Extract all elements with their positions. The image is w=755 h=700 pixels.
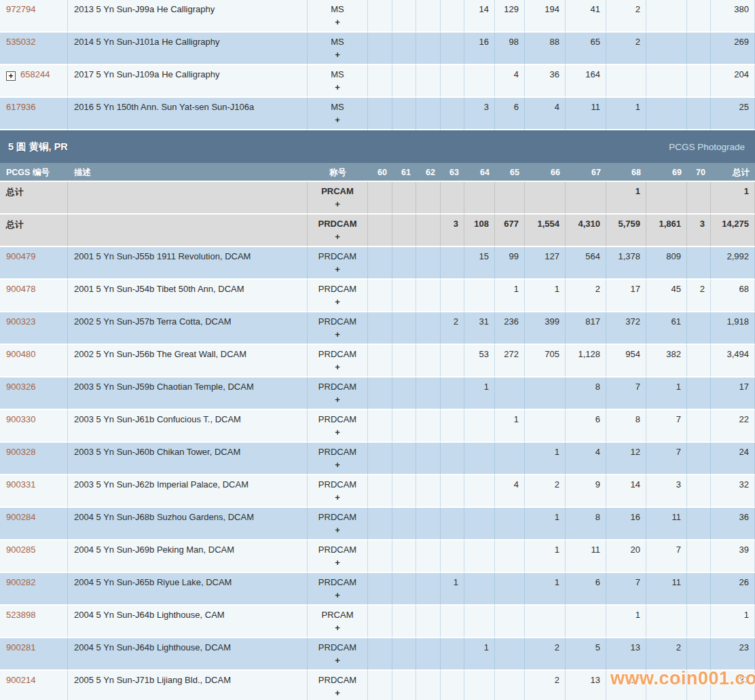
pcgs-number-link[interactable]: 900284: [6, 512, 35, 522]
designation-label: PRDCAM: [308, 447, 367, 457]
pcgs-number-link[interactable]: 900281: [6, 642, 35, 652]
grade-64-count: 14: [464, 0, 495, 33]
plus-grade-link[interactable]: +: [308, 17, 367, 27]
plus-grade-link[interactable]: +: [308, 232, 367, 242]
grade-60-count: [368, 182, 392, 215]
plus-grade-link[interactable]: +: [308, 525, 367, 535]
plus-grade-link[interactable]: +: [308, 329, 367, 339]
grade-70-count: [687, 443, 711, 475]
coin-row: 9002812004 5 Yn Sun-J64b Lighthouse, DCA…: [0, 638, 755, 671]
grade-64-count: [464, 443, 495, 475]
grade-67-count: 2: [566, 280, 606, 312]
grade-63-count: [441, 0, 464, 33]
coin-row: 9003232002 5 Yn Sun-J57b Terra Cotta, DC…: [0, 312, 755, 345]
grade-68-count: 5,759: [606, 215, 646, 247]
pcgs-number-link[interactable]: 900323: [6, 316, 35, 327]
grade-70-count: [687, 475, 711, 508]
grade-62-count: [416, 65, 441, 98]
plus-grade-link[interactable]: +: [308, 492, 367, 502]
plus-grade-link[interactable]: +: [308, 655, 367, 665]
designation-cell: PRDCAM+: [308, 377, 368, 410]
plus-grade-link[interactable]: +: [308, 427, 367, 437]
plus-grade-link[interactable]: +: [308, 394, 367, 405]
grade-64-count: 3: [464, 98, 495, 130]
plus-grade-link[interactable]: +: [308, 82, 367, 92]
plus-grade-link[interactable]: +: [308, 590, 367, 600]
designation-label: PRCAM: [308, 186, 367, 196]
grade-69-count: 45: [646, 280, 687, 312]
grade-67-count: 6: [566, 573, 606, 606]
plus-grade-link[interactable]: +: [308, 460, 367, 470]
grade-67-count: 564: [566, 247, 606, 280]
grade-60-count: [368, 312, 392, 345]
designation-cell: PRDCAM+: [308, 443, 368, 475]
row-total-count: 3,494: [711, 345, 755, 377]
pcgs-number-link[interactable]: 900214: [6, 675, 35, 685]
grade-60-count: [368, 377, 392, 410]
designation-label: PRDCAM: [308, 545, 367, 555]
grade-65-count: 272: [495, 345, 525, 377]
pcgs-number-cell: 900331: [0, 475, 68, 508]
plus-grade-link[interactable]: +: [308, 557, 367, 568]
designation-cell: PRDCAM+: [308, 410, 368, 443]
totals-row: 总计PRCAM+11: [0, 182, 755, 215]
photograde-link[interactable]: PCGS Photograde: [669, 142, 745, 152]
grade-65-count: 129: [495, 0, 525, 33]
pcgs-number-cell: 900281: [0, 638, 68, 671]
plus-grade-link[interactable]: +: [308, 199, 367, 209]
plus-grade-link[interactable]: +: [308, 362, 367, 372]
coin-description: 2003 5 Yn Sun-J61b Confucious T., DCAM: [68, 410, 308, 443]
plus-grade-link[interactable]: +: [308, 264, 367, 274]
pcgs-number-link[interactable]: 900331: [6, 479, 35, 490]
row-total-count: 269: [711, 33, 755, 65]
pcgs-number-link[interactable]: 617936: [6, 102, 35, 112]
grade-64-count: 1: [464, 377, 495, 410]
grade-61-count: [392, 638, 416, 671]
pcgs-number-link[interactable]: 658244: [20, 69, 50, 79]
row-total-count: 380: [711, 0, 755, 33]
designation-label: PRDCAM: [308, 284, 367, 294]
plus-grade-link[interactable]: +: [308, 297, 367, 307]
plus-grade-link[interactable]: +: [308, 50, 367, 60]
grade-69-count: 3: [646, 475, 687, 508]
pcgs-number-link[interactable]: 900480: [6, 349, 35, 359]
population-report-page: 9727942013 5 Yn Sun-J99a He CalligraphyM…: [0, 0, 755, 700]
column-header-pcgs-number: PCGS 编号: [0, 163, 68, 182]
pcgs-number-link[interactable]: 523898: [6, 610, 35, 620]
designation-cell: PRCAM+: [308, 182, 368, 215]
grade-61-count: [392, 182, 416, 215]
grade-66-count: [525, 410, 566, 443]
column-header-row: PCGS 编号描述称号6061626364656667686970总计: [0, 163, 755, 182]
pcgs-number-link[interactable]: 900479: [6, 251, 35, 261]
grade-69-count: 11: [646, 508, 687, 540]
plus-grade-link[interactable]: +: [308, 688, 367, 698]
grade-67-count: 8: [566, 377, 606, 410]
pcgs-number-link[interactable]: 900282: [6, 577, 35, 587]
grade-64-count: 16: [464, 33, 495, 65]
expand-plus-icon[interactable]: +: [6, 71, 16, 81]
pcgs-number-link[interactable]: 900326: [6, 382, 35, 392]
pcgs-number-link[interactable]: 900330: [6, 414, 35, 424]
grade-68-count: 2: [606, 33, 646, 65]
grade-64-count: 1: [464, 638, 495, 671]
pcgs-number-link[interactable]: 900478: [6, 284, 35, 294]
coin-description: [68, 182, 308, 215]
grade-67-count: [566, 606, 606, 638]
pcgs-number-link[interactable]: 900328: [6, 447, 35, 457]
grade-63-count: [441, 280, 464, 312]
grade-68-count: 1: [606, 182, 646, 215]
grade-63-count: [441, 410, 464, 443]
designation-cell: PRDCAM+: [308, 638, 368, 671]
pcgs-number-link[interactable]: 535032: [6, 37, 35, 47]
plus-grade-link[interactable]: +: [308, 623, 367, 633]
grade-65-count: 4: [495, 65, 525, 98]
grade-62-count: [416, 606, 441, 638]
pcgs-number-link[interactable]: 972794: [6, 4, 35, 14]
designation-cell: PRDCAM+: [308, 671, 368, 700]
coin-description: 2001 5 Yn Sun-J55b 1911 Revolution, DCAM: [68, 247, 308, 280]
plus-grade-link[interactable]: +: [308, 115, 367, 125]
designation-label: MS: [308, 37, 367, 47]
grade-70-count: [687, 98, 711, 130]
pcgs-number-link[interactable]: 900285: [6, 545, 35, 555]
grade-63-count: 1: [441, 573, 464, 606]
